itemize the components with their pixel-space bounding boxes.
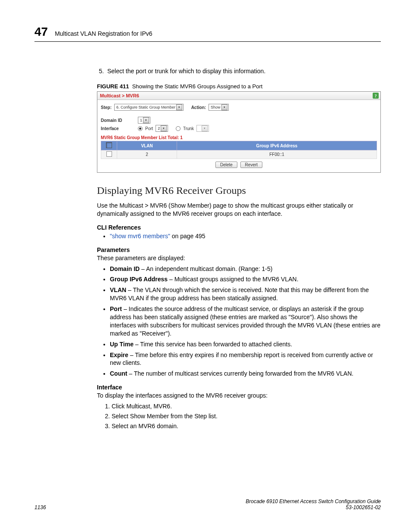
param-name: Expire <box>110 352 128 358</box>
section-heading: Displaying MVR6 Receiver Groups <box>97 185 381 196</box>
trunk-select[interactable] <box>196 125 209 132</box>
port-select-value: 2 <box>158 126 160 131</box>
interface-heading: Interface <box>97 384 381 391</box>
step-2: Select Show Member from the Step list. <box>112 413 381 420</box>
port-radio[interactable] <box>138 126 143 131</box>
page-number: 1136 <box>34 504 46 510</box>
instruction-step-5: Select the port or trunk for which to di… <box>106 68 381 75</box>
step-label: Step: <box>101 105 112 110</box>
step-select[interactable]: 6. Configure Static Group Member <box>114 104 184 111</box>
col-checkbox <box>101 141 117 150</box>
cli-link-tail: on page 495 <box>170 233 206 240</box>
table-row: 2 FF00::1 <box>101 150 377 159</box>
param-desc: – Multicast groups assigned to the MVR6 … <box>168 276 298 283</box>
chevron-down-icon <box>221 104 227 110</box>
action-select[interactable]: Show <box>209 104 229 111</box>
param-name: Domain ID <box>110 265 140 272</box>
domain-id-select[interactable]: 1 <box>138 117 150 124</box>
domain-id-label: Domain ID <box>101 118 135 123</box>
section-intro: Use the Multicast > MVR6 (Show Member) p… <box>97 202 381 218</box>
port-select[interactable]: 2 <box>156 125 168 132</box>
step-1: Click Multicast, MVR6. <box>112 403 381 410</box>
step-3: Select an MVR6 domain. <box>112 423 381 429</box>
figure-label: FIGURE 411 <box>97 83 129 90</box>
cell-address: FF00::1 <box>177 150 377 159</box>
param-name: Group IPv6 Address <box>110 276 168 283</box>
help-icon[interactable]: ? <box>373 93 379 99</box>
cli-references-heading: CLI References <box>97 224 381 231</box>
param-desc: – Indicates the source address of the mu… <box>110 305 380 337</box>
member-list-title: MVR6 Static Group Member List Total: 1 <box>101 135 377 140</box>
doc-partno: 53-1002651-02 <box>346 504 381 510</box>
param-domain-id: Domain ID – An independent multicast dom… <box>110 265 381 273</box>
param-port: Port – Indicates the source address of t… <box>110 305 381 338</box>
param-count: Count – The number of multicast services… <box>110 370 381 378</box>
chevron-down-icon <box>176 104 182 110</box>
chapter-title: Multicast VLAN Registration for IPv6 <box>55 30 152 37</box>
chapter-number: 47 <box>34 25 48 39</box>
cli-link[interactable]: "show mvr6 members" <box>110 233 170 240</box>
breadcrumb: Multicast > MVR6 <box>100 93 139 98</box>
cli-reference-item: "show mvr6 members" on page 495 <box>110 232 381 240</box>
parameters-heading: Parameters <box>97 246 381 253</box>
member-table: VLAN Group IPv6 Address 2 FF00::1 <box>101 141 377 159</box>
param-desc: – Time this service has been forwarded t… <box>134 341 292 348</box>
param-expire: Expire – Time before this entry expires … <box>110 351 381 367</box>
param-desc: – The number of multicast services curre… <box>127 370 353 377</box>
cell-vlan: 2 <box>117 150 177 159</box>
chevron-down-icon <box>143 117 149 123</box>
action-select-value: Show <box>211 105 221 109</box>
param-name: Port <box>110 305 122 312</box>
revert-button[interactable]: Revert <box>240 162 262 168</box>
trunk-select-value <box>199 126 201 131</box>
domain-id-value: 1 <box>140 118 142 122</box>
ui-screenshot: Multicast > MVR6 ? Step: 6. Configure St… <box>97 91 381 173</box>
col-group-address: Group IPv6 Address <box>177 141 377 150</box>
figure-title: Showing the Static MVR6 Groups Assigned … <box>132 83 263 90</box>
param-vlan: VLAN – The VLAN through which the servic… <box>110 286 381 302</box>
param-desc: – Time before this entry expires if no m… <box>110 352 373 367</box>
param-name: Count <box>110 370 127 377</box>
param-desc: – The VLAN through which the service is … <box>110 286 369 302</box>
chevron-down-icon <box>202 125 208 131</box>
parameters-intro: These parameters are displayed: <box>97 254 381 262</box>
doc-title: Brocade 6910 Ethernet Access Switch Conf… <box>246 498 381 504</box>
figure-caption: FIGURE 411 Showing the Static MVR6 Group… <box>97 83 381 90</box>
param-name: Up Time <box>110 341 134 348</box>
param-name: VLAN <box>110 286 126 293</box>
action-label: Action: <box>191 105 206 110</box>
param-uptime: Up Time – Time this service has been for… <box>110 340 381 348</box>
delete-button[interactable]: Delete <box>215 162 237 168</box>
interface-label: Interface <box>101 126 135 131</box>
port-label: Port <box>145 126 153 131</box>
row-checkbox[interactable] <box>106 151 112 157</box>
interface-intro: To display the interfaces assigned to th… <box>97 392 381 400</box>
step-select-value: 6. Configure Static Group Member <box>116 105 175 109</box>
trunk-radio[interactable] <box>176 126 181 131</box>
select-all-checkbox[interactable] <box>106 142 112 148</box>
chevron-down-icon <box>161 125 167 131</box>
trunk-label: Trunk <box>183 126 194 131</box>
param-group-ipv6: Group IPv6 Address – Multicast groups as… <box>110 275 381 283</box>
col-vlan: VLAN <box>117 141 177 150</box>
param-desc: – An independent multicast domain. (Rang… <box>140 265 272 272</box>
